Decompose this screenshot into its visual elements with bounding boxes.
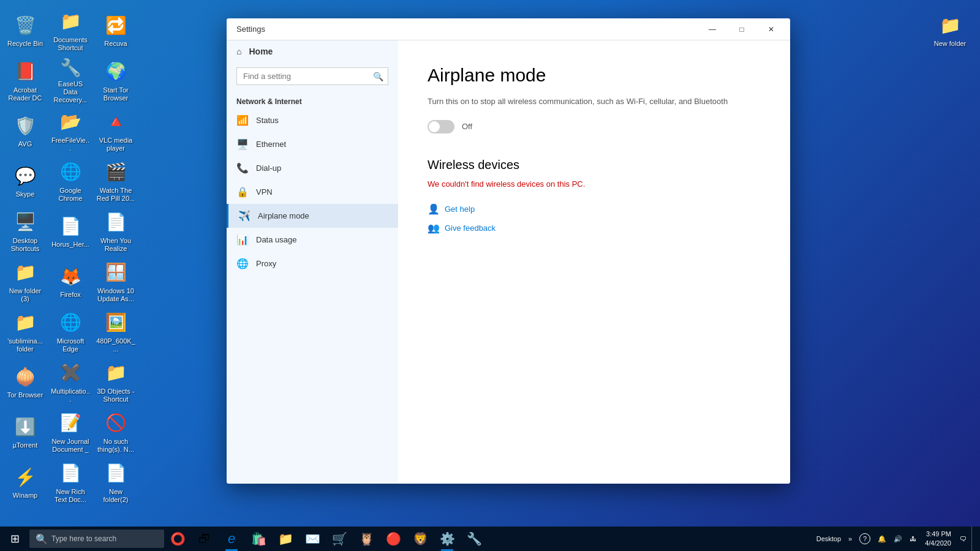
airplane-icon: ✈️ bbox=[238, 210, 251, 222]
taskbar-mail[interactable]: ✉️ bbox=[299, 527, 326, 551]
windows-icon: ⊞ bbox=[10, 532, 20, 545]
close-button[interactable]: ✕ bbox=[757, 20, 785, 39]
show-hidden-icon: » bbox=[848, 535, 852, 542]
vpn-icon: 🔒 bbox=[236, 186, 249, 198]
desktop-icon-windows10-update[interactable]: 🪟 Windows 10 Update As... bbox=[94, 257, 138, 306]
dialup-icon: 📞 bbox=[236, 162, 249, 174]
taskbar-search-input[interactable] bbox=[51, 534, 158, 543]
status-icon: 📶 bbox=[236, 114, 249, 126]
taskbar-store[interactable]: 🛍️ bbox=[245, 527, 272, 551]
desktop-icon-firefox[interactable]: 🦊 Firefox bbox=[48, 257, 92, 306]
wireless-devices-title: Wireless devices bbox=[428, 158, 761, 172]
cortana-icon: ⭕ bbox=[170, 531, 186, 546]
airplane-toggle[interactable] bbox=[428, 120, 454, 133]
search-icon: 🔍 bbox=[373, 72, 383, 81]
sidebar-item-proxy[interactable]: 🌐 Proxy bbox=[227, 252, 398, 276]
taskbar-explorer[interactable]: 📁 bbox=[272, 527, 299, 551]
give-feedback-link[interactable]: 👥 Give feedback bbox=[428, 222, 761, 234]
desktop-icon-microsoft-edge[interactable]: 🌐 Microsoft Edge bbox=[48, 307, 92, 356]
desktop-icon-new-folder-right[interactable]: 📁 New folder bbox=[928, 6, 972, 55]
desktop-icon-no-such-thing[interactable]: 🚫 No such thing(s). N... bbox=[94, 408, 138, 457]
settings-search-input[interactable] bbox=[236, 67, 388, 85]
show-desktop-button[interactable] bbox=[971, 527, 975, 551]
desktop-icon-skype[interactable]: 💬 Skype bbox=[3, 157, 47, 206]
desktop-icon-winamp[interactable]: ⚡ Winamp bbox=[3, 458, 47, 507]
desktop-icon-3d-objects[interactable]: 📁 3D Objects - Shortcut bbox=[94, 358, 138, 407]
minimize-button[interactable]: — bbox=[698, 20, 726, 39]
desktop-icon-google-chrome[interactable]: 🌐 Google Chrome bbox=[48, 157, 92, 206]
taskbar-brave[interactable]: 🦁 bbox=[407, 527, 434, 551]
proxy-label: Proxy bbox=[256, 259, 276, 268]
taskbar-amazon[interactable]: 🛒 bbox=[326, 527, 353, 551]
taskbar-opera[interactable]: 🔴 bbox=[380, 527, 407, 551]
desktop-icon-desktop-shortcuts[interactable]: 🖥️ Desktop Shortcuts bbox=[3, 207, 47, 256]
sidebar-item-status[interactable]: 📶 Status bbox=[227, 108, 398, 132]
desktop-icon-utorrent[interactable]: ⬇️ µTorrent bbox=[3, 408, 47, 457]
taskbar-unknown-app[interactable]: 🔧 bbox=[461, 527, 488, 551]
sidebar-item-ethernet[interactable]: 🖥️ Ethernet bbox=[227, 132, 398, 156]
help-circle-button[interactable]: ? bbox=[857, 532, 873, 545]
desktop-icon-new-folder-3[interactable]: 📁 New folder (3) bbox=[3, 257, 47, 306]
desktop-icon-start-tor[interactable]: 🌍 Start Tor Browser bbox=[94, 56, 138, 105]
settings-content: Airplane mode Turn this on to stop all w… bbox=[398, 40, 790, 484]
taskbar-task-view[interactable]: 🗗 bbox=[191, 527, 218, 551]
wireless-error-message: We couldn't find wireless devices on thi… bbox=[428, 179, 761, 189]
desktop-icons-right: 📁 New folder bbox=[925, 0, 980, 61]
taskbar-tripadvisor[interactable]: 🦉 bbox=[353, 527, 380, 551]
desktop-icon-recuva[interactable]: 🔁 Recuva bbox=[94, 6, 138, 55]
taskbar-search-box[interactable]: 🔍 bbox=[29, 530, 164, 548]
desktop-icon-multiplication[interactable]: ✖️ Multiplicatio... bbox=[48, 358, 92, 407]
desktop-icon-watch-red-pill[interactable]: 🎬 Watch The Red Pill 20... bbox=[94, 157, 138, 206]
language-indicator[interactable]: 🔔 bbox=[875, 534, 889, 544]
start-button[interactable]: ⊞ bbox=[0, 527, 29, 551]
network-icon: 🖧 bbox=[910, 535, 916, 542]
give-feedback-label: Give feedback bbox=[445, 223, 496, 233]
desktop-icon-480p[interactable]: 🖼️ 480P_600K_... bbox=[94, 307, 138, 356]
taskbar-clock[interactable]: 3:49 PM 4/4/2020 bbox=[921, 528, 955, 550]
give-feedback-icon: 👥 bbox=[428, 222, 440, 234]
desktop-icon-new-journal[interactable]: 📝 New Journal Document _ bbox=[48, 408, 92, 457]
settings-home-link[interactable]: ⌂ Home bbox=[227, 40, 398, 60]
network-indicator[interactable]: 🖧 bbox=[907, 534, 919, 544]
desktop-label-item[interactable]: Desktop bbox=[814, 534, 843, 544]
home-icon: ⌂ bbox=[236, 47, 241, 56]
clock-time: 3:49 PM bbox=[925, 530, 951, 539]
status-label: Status bbox=[256, 116, 279, 125]
data-usage-icon: 📊 bbox=[236, 234, 249, 246]
window-titlebar: Settings — □ ✕ bbox=[227, 18, 790, 40]
sidebar-item-dialup[interactable]: 📞 Dial-up bbox=[227, 156, 398, 180]
desktop-icon-sublimina[interactable]: 📁 'sublimina... folder bbox=[3, 307, 47, 356]
get-help-link[interactable]: 👤 Get help bbox=[428, 203, 761, 215]
toggle-knob bbox=[429, 121, 440, 132]
desktop-icon-acrobat[interactable]: 📕 Acrobat Reader DC bbox=[3, 56, 47, 105]
desktop-icon-documents-shortcut[interactable]: 📁 Documents Shortcut bbox=[48, 6, 92, 55]
vpn-label: VPN bbox=[256, 187, 273, 197]
taskbar-system-tray: Desktop » ? 🔔 🔊 🖧 3:49 PM 4/4/2020 🗨 bbox=[809, 527, 980, 551]
get-help-label: Get help bbox=[445, 204, 475, 214]
desktop-icon-easeus[interactable]: 🔧 EaseUS Data Recovery... bbox=[48, 56, 92, 105]
desktop-icons-area: 🗑️ Recycle Bin 📕 Acrobat Reader DC 🛡️ AV… bbox=[0, 0, 196, 527]
desktop-icon-freefileview[interactable]: 📂 FreeFileVie... bbox=[48, 107, 92, 156]
notification-center-button[interactable]: 🗨 bbox=[957, 534, 969, 544]
sidebar-item-airplane-mode[interactable]: ✈️ Airplane mode bbox=[227, 204, 398, 228]
volume-control[interactable]: 🔊 bbox=[891, 534, 905, 544]
taskbar-cortana[interactable]: ⭕ bbox=[164, 527, 191, 551]
desktop-icon-new-folder-2[interactable]: 📄 New folder(2) bbox=[94, 458, 138, 507]
sidebar-item-data-usage[interactable]: 📊 Data usage bbox=[227, 228, 398, 252]
desktop-icon-when-you-realize[interactable]: 📄 When You Realize bbox=[94, 207, 138, 256]
desktop-icon-vlc[interactable]: 🔺 VLC media player bbox=[94, 107, 138, 156]
brave-icon: 🦁 bbox=[413, 531, 428, 546]
maximize-button[interactable]: □ bbox=[728, 20, 756, 39]
sidebar-item-vpn[interactable]: 🔒 VPN bbox=[227, 180, 398, 204]
taskbar-edge[interactable]: e bbox=[218, 527, 245, 551]
desktop-icon-recycle-bin[interactable]: 🗑️ Recycle Bin bbox=[3, 6, 47, 55]
show-hidden-icons-button[interactable]: » bbox=[846, 534, 854, 544]
page-title: Airplane mode bbox=[428, 65, 761, 86]
volume-icon: 🔊 bbox=[894, 535, 902, 543]
home-label: Home bbox=[249, 47, 273, 56]
desktop-icon-horus[interactable]: 📄 Horus_Her... bbox=[48, 207, 92, 256]
desktop-icon-avg[interactable]: 🛡️ AVG bbox=[3, 107, 47, 156]
desktop-icon-tor-browser[interactable]: 🧅 Tor Browser bbox=[3, 358, 47, 407]
taskbar-settings-app[interactable]: ⚙️ bbox=[434, 527, 461, 551]
desktop-icon-new-rich-text[interactable]: 📄 New Rich Text Doc... bbox=[48, 458, 92, 507]
